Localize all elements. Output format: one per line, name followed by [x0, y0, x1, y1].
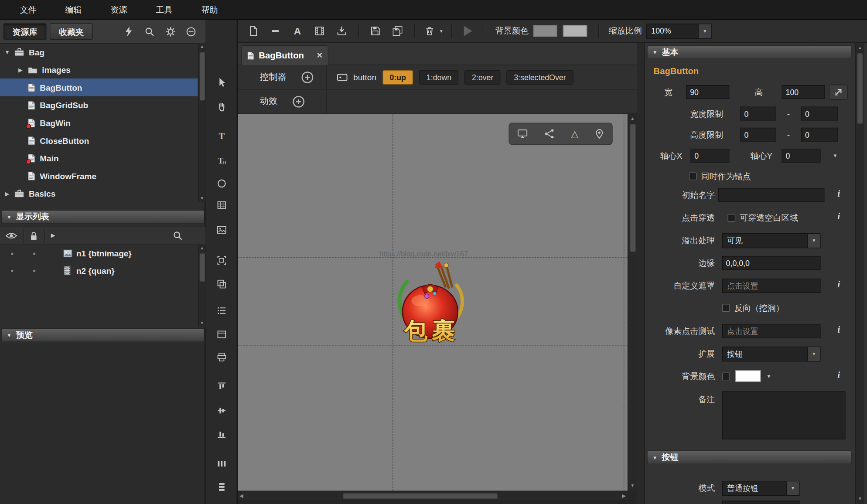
triangle-icon[interactable]: △ [571, 129, 578, 139]
section-basic-header[interactable]: ▼ 基本 [647, 45, 851, 59]
lock-dot[interactable] [33, 252, 35, 255]
custom-mask-button[interactable]: 点击设置 [722, 279, 821, 293]
remark-textarea[interactable] [722, 392, 846, 439]
scrollbar-thumb[interactable] [200, 253, 205, 282]
state-up[interactable]: 0:up [382, 70, 413, 84]
text-tool-icon[interactable]: T [211, 126, 232, 147]
pixel-hit-button[interactable]: 点击设置 [722, 324, 821, 338]
nodes-icon[interactable] [544, 128, 555, 139]
section-button-header[interactable]: ▼ 按钮 [647, 450, 851, 464]
pointer-tool-icon[interactable] [211, 72, 232, 93]
scroll-right-arrow[interactable]: ▶ [622, 493, 626, 499]
scroll-down-arrow[interactable]: ▼ [628, 482, 637, 490]
state-over[interactable]: 2:over [465, 70, 501, 84]
bag-sprite[interactable]: 包裹 [393, 260, 471, 346]
state-down[interactable]: 1:down [419, 70, 458, 84]
info-icon[interactable]: i [834, 324, 843, 337]
scroll-up-arrow[interactable]: ▲ [856, 44, 864, 52]
tree-item-bag[interactable]: ▼ Bag [0, 43, 198, 61]
info-icon[interactable]: i [834, 188, 843, 201]
minus-circle-icon[interactable] [184, 24, 198, 39]
display-list-item-n1[interactable]: n1 {btnimage} [0, 245, 198, 262]
tab-favorites[interactable]: 收藏夹 [50, 23, 93, 40]
align-middle-icon[interactable] [211, 400, 232, 421]
info-icon[interactable]: i [834, 211, 843, 223]
loader-tool-icon[interactable] [211, 250, 232, 271]
visibility-dot[interactable] [11, 269, 13, 272]
lightning-icon[interactable] [122, 24, 136, 39]
shape-tool-icon[interactable] [211, 173, 232, 194]
close-icon[interactable]: × [317, 51, 323, 60]
preview-header[interactable]: ▼ 预览 [1, 328, 205, 342]
menu-file[interactable]: 文件 [6, 0, 51, 20]
bg-color-checkbox[interactable] [722, 372, 730, 380]
tree-item-bagwin[interactable]: BagWin [0, 114, 198, 132]
scrollbar-thumb[interactable] [857, 53, 863, 124]
anchor-checkbox[interactable] [689, 173, 697, 180]
height-limit-min-input[interactable] [741, 128, 776, 142]
search-icon[interactable] [142, 24, 157, 39]
width-limit-max-input[interactable] [801, 107, 838, 121]
canvas-color-swatch[interactable] [533, 25, 557, 37]
text-icon[interactable]: A [287, 21, 309, 40]
tree-item-baggridsub[interactable]: BagGridSub [0, 96, 198, 114]
chevron-right-icon[interactable]: ▶ [17, 67, 24, 73]
tab-bagbutton[interactable]: BagButton × [241, 45, 328, 65]
print-tool-icon[interactable] [211, 347, 232, 368]
tree-item-basics[interactable]: ▶ Basics [0, 184, 198, 202]
eye-icon[interactable] [6, 232, 17, 240]
height-input[interactable] [782, 85, 825, 99]
click-through-checkbox[interactable] [727, 214, 735, 222]
scroll-down-arrow[interactable]: ▼ [198, 320, 205, 327]
save-icon[interactable] [364, 21, 386, 40]
hand-tool-icon[interactable] [211, 96, 232, 117]
chevron-right-icon[interactable]: ▶ [3, 191, 11, 197]
display-list-header[interactable]: ▼ 显示列表 [1, 210, 205, 224]
new-component-icon[interactable] [242, 21, 264, 40]
window-tool-icon[interactable] [211, 324, 232, 345]
initial-name-input[interactable] [718, 188, 824, 202]
image-tool-icon[interactable] [211, 219, 232, 240]
info-icon[interactable]: i [834, 279, 843, 291]
tree-item-closebutton[interactable]: CloseButton [0, 132, 198, 150]
canvas[interactable]: △ https://blog.csdn.net/jxw167 [238, 114, 628, 491]
secondary-color-swatch[interactable] [563, 25, 587, 37]
scrollbar-thumb[interactable] [343, 493, 498, 499]
overflow-select[interactable]: 可见 ▼ [722, 233, 821, 248]
resize-link-button[interactable] [829, 85, 847, 99]
menu-edit[interactable]: 编辑 [51, 0, 96, 20]
info-icon[interactable]: i [834, 370, 843, 382]
menu-resource[interactable]: 资源 [96, 0, 142, 20]
add-transition-button[interactable] [292, 95, 305, 108]
delete-dropdown-arrow[interactable]: ▼ [439, 28, 444, 33]
gear-icon[interactable] [163, 24, 177, 39]
scroll-up-arrow[interactable]: ▲ [198, 244, 205, 252]
scroll-down-arrow[interactable]: ▼ [856, 495, 864, 503]
width-input[interactable] [686, 85, 729, 99]
pivot-y-input[interactable] [782, 149, 821, 163]
save-all-icon[interactable] [386, 21, 409, 40]
lock-icon[interactable] [30, 231, 38, 241]
tree-item-main[interactable]: Main [0, 149, 198, 167]
scroll-down-arrow[interactable]: ▼ [198, 194, 205, 202]
lock-dot[interactable] [33, 269, 35, 272]
height-limit-max-input[interactable] [801, 128, 838, 142]
search-icon[interactable] [173, 231, 183, 241]
bg-color-swatch[interactable] [735, 370, 761, 382]
width-limit-min-input[interactable] [741, 107, 776, 121]
play-small-icon[interactable]: ▶ [51, 232, 55, 238]
extension-select[interactable]: 按钮 ▼ [722, 347, 821, 361]
dash-icon[interactable] [264, 21, 287, 40]
menu-help[interactable]: 帮助 [187, 0, 232, 20]
zoom-select[interactable]: 100% ▼ [646, 24, 712, 38]
display-list-item-n2[interactable]: n2 {quan} [0, 262, 198, 279]
scrollbar-thumb[interactable] [630, 124, 636, 252]
tree-item-windowframe[interactable]: WindowFrame [0, 167, 198, 185]
location-icon[interactable] [594, 129, 604, 139]
align-top-icon[interactable] [211, 376, 232, 397]
pivot-x-input[interactable] [690, 149, 729, 163]
scroll-up-arrow[interactable]: ▲ [198, 43, 205, 51]
controller-name[interactable]: button [353, 72, 376, 82]
mode-select[interactable]: 普通按钮 ▼ [722, 481, 799, 496]
distribute-horizontal-icon[interactable] [211, 453, 232, 474]
